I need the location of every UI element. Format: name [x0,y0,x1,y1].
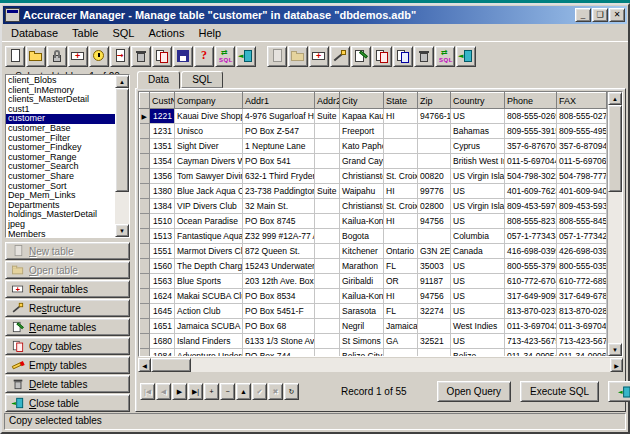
cell-country[interactable]: US [451,109,505,124]
cell-custno[interactable]: 1231 [150,124,175,139]
cell-phone[interactable]: 011-3-697043 [505,319,557,334]
toolbar-repair-tables-button[interactable] [309,46,329,67]
column-header[interactable]: Zip [418,93,451,109]
nav-first-button[interactable]: |◀ [140,383,155,400]
cell-addr1[interactable]: 632-1 Third Frydenho [243,169,315,184]
cell-addr2[interactable] [315,274,340,289]
cell-company[interactable]: VIP Divers Club [175,199,243,214]
cell-custno[interactable]: 1351 [150,139,175,154]
column-header[interactable]: Addr1 [243,93,315,109]
repair-tables-button[interactable]: Repair tables [5,280,130,298]
toolbar-close-table-button[interactable] [456,46,476,67]
cell-fax[interactable]: 011-5-697064 [557,154,607,169]
cell-fax[interactable]: 426-698-0399 [557,244,607,259]
cell-phone[interactable]: 057-1-773434 [505,229,557,244]
cell-addr1[interactable]: PO Box 541 [243,154,315,169]
table-row[interactable]: 1563 Blue Sports 203 12th Ave. Box 74 Gi… [140,274,608,289]
cell-phone[interactable]: 808-555-8231 [505,214,557,229]
table-list-item[interactable]: customer_Share [6,172,115,182]
cell-phone[interactable]: 813-870-0239 [505,304,557,319]
cell-addr1[interactable]: 32 Main St. [243,199,315,214]
scroll-up-arrow-icon[interactable]: ▲ [115,75,129,88]
menu-table[interactable]: Table [65,26,105,40]
cell-zip[interactable] [418,229,451,244]
cell-addr1[interactable]: PO Box 68 [243,319,315,334]
cell-phone[interactable]: 504-798-3022 [505,169,557,184]
table-row[interactable]: 1221 Kauai Dive Shoppe 4-976 Sugarloaf H… [140,109,608,124]
table-list-item[interactable]: client_Blobs [6,76,115,86]
table-row[interactable]: 1513 Fantastique Aquatica Z32 999 #12A-7… [140,229,608,244]
cell-state[interactable]: Ontario [384,244,418,259]
cell-addr2[interactable] [315,229,340,244]
cell-state[interactable]: GA [384,334,418,349]
toolbar-pack-database-button[interactable] [110,46,130,67]
cell-custno[interactable]: 1680 [150,334,175,349]
cell-fax[interactable]: 808-555-0278 [557,109,607,124]
scroll-right-arrow-icon[interactable]: ▶ [610,358,623,372]
maximize-button[interactable]: ❑ [592,8,608,22]
column-header[interactable]: FAX [557,93,607,109]
nav-delete-button[interactable]: − [220,383,235,400]
close-button[interactable]: ✕ [609,8,625,22]
cell-city[interactable]: Freeport [340,124,384,139]
menu-sql[interactable]: SQL [105,26,141,40]
column-header[interactable]: Addr2 [315,93,340,109]
menu-database[interactable]: Database [4,26,65,40]
table-list-item[interactable]: customer_Base [6,124,115,134]
cell-country[interactable]: Belize [451,349,505,357]
cell-custno[interactable]: 1380 [150,184,175,199]
cell-zip[interactable] [418,154,451,169]
cell-addr2[interactable] [315,244,340,259]
table-list-item[interactable]: customer_Filter [6,134,115,144]
cell-phone[interactable]: 416-698-0399 [505,244,557,259]
table-list-item[interactable]: Members [6,230,115,238]
cell-company[interactable]: Island Finders [175,334,243,349]
table-row[interactable]: 1510 Ocean Paradise PO Box 8745 Kailua-K… [140,214,608,229]
cell-company[interactable]: Jamaica SCUBA Centre [175,319,243,334]
cell-zip[interactable]: 99776 [418,184,451,199]
nav-prior-button[interactable]: ◀ [156,383,171,400]
cell-state[interactable]: HI [384,289,418,304]
cell-country[interactable]: US [451,304,505,319]
cell-custno[interactable]: 1356 [150,169,175,184]
cell-addr1[interactable]: PO Box Z-547 [243,124,315,139]
cell-zip[interactable]: 00820 [418,169,451,184]
cell-state[interactable]: FL [384,259,418,274]
cell-addr2[interactable] [315,319,340,334]
table-row[interactable]: 1680 Island Finders 6133 1/3 Stone Avenu… [140,334,608,349]
toolbar-execute-sql-button[interactable] [435,46,455,67]
cell-company[interactable]: Adventure Undersea [175,349,243,357]
column-header[interactable]: State [384,93,418,109]
cell-company[interactable]: Unisco [175,124,243,139]
toolbar-repair-database-button[interactable] [68,46,88,67]
cell-custno[interactable]: 1645 [150,304,175,319]
cell-city[interactable]: Marathon [340,259,384,274]
table-row[interactable]: 1351 Sight Diver 1 Neptune Lane Kato Pap… [140,139,608,154]
scrollbar-thumb[interactable] [115,88,129,192]
grid-vscrollbar[interactable]: ▲ ▼ [607,92,622,356]
cell-custno[interactable]: 1510 [150,214,175,229]
nav-last-button[interactable]: ▶| [188,383,203,400]
table-list-item[interactable]: cust1 [6,105,115,115]
cell-city[interactable]: Sarasota [340,304,384,319]
cell-state[interactable] [384,154,418,169]
open-table-button[interactable]: Open table [5,261,130,279]
close-table-button[interactable]: Close table [5,394,130,412]
menu-help[interactable]: Help [191,26,228,40]
cell-country[interactable]: US [451,259,505,274]
cell-phone[interactable]: 357-6-876708 [505,139,557,154]
cell-phone[interactable]: 800-555-3798 [505,259,557,274]
table-row[interactable]: 1651 Jamaica SCUBA Centre PO Box 68 Negr… [140,319,608,334]
cell-addr1[interactable]: PO Box 5451-F [243,304,315,319]
cell-city[interactable]: Kailua-Kona [340,214,384,229]
cell-zip[interactable]: 94756 [418,289,451,304]
cell-city[interactable]: Kapaa Kauai [340,109,384,124]
cell-state[interactable] [384,349,418,357]
restructure-button[interactable]: Restructure [5,299,130,317]
cell-country[interactable]: US Virgin Islands [451,199,505,214]
cell-zip[interactable] [418,124,451,139]
toolbar-open-table-button[interactable] [288,46,308,67]
cell-fax[interactable]: 809-453-5932 [557,199,607,214]
cell-addr2[interactable] [315,289,340,304]
cell-phone[interactable]: 809-453-5976 [505,199,557,214]
